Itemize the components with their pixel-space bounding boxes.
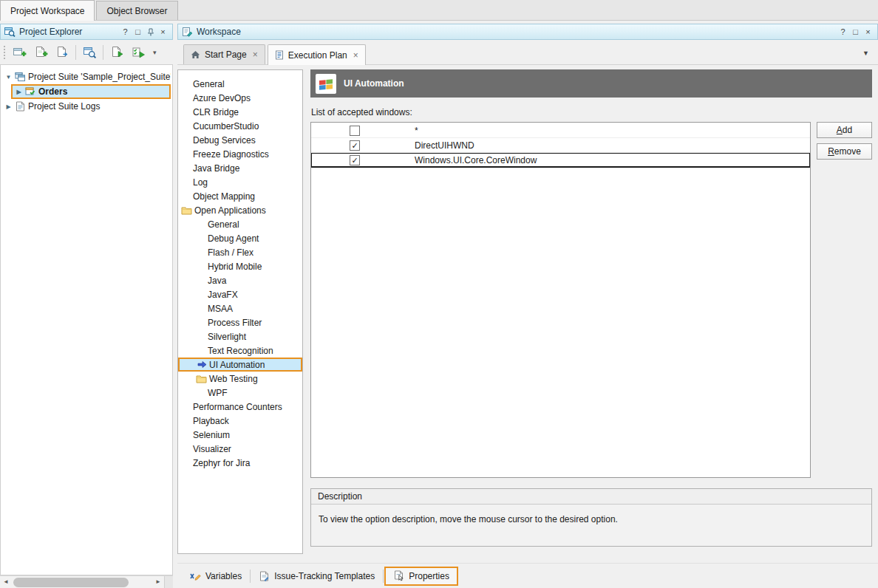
settings-item-label: Text Recognition xyxy=(208,346,273,356)
toolbar-separator xyxy=(103,45,103,60)
horizontal-scrollbar[interactable]: ◄ ► xyxy=(0,575,173,588)
tree-item-project-suite-sample-project-suite-1-p[interactable]: ▼Project Suite 'Sample_Project_Suite' (1… xyxy=(1,69,171,84)
workspace-header: Workspace ?□× xyxy=(177,24,878,40)
settings-item-clr-bridge[interactable]: CLR Bridge xyxy=(178,105,302,119)
settings-item-label: Log xyxy=(193,177,208,188)
settings-item-label: Freeze Diagnostics xyxy=(193,149,269,160)
object-browser-button[interactable] xyxy=(80,43,99,62)
workspace-header-buttons: ?□× xyxy=(837,27,874,38)
accepted-windows-area: *✓DirectUIHWND✓Windows.UI.Core.CoreWindo… xyxy=(310,122,872,478)
settings-item-label: Zephyr for Jira xyxy=(193,458,250,468)
tree-item-label: Project Suite Logs xyxy=(28,101,100,112)
bottom-tab-issue-tracking-templates[interactable]: Issue-Tracking Templates xyxy=(251,567,382,586)
project-explorer-help-button[interactable]: ? xyxy=(120,27,131,38)
settings-item-log[interactable]: Log xyxy=(178,175,302,189)
settings-item-label: General xyxy=(208,219,239,230)
settings-item-label: UI Automation xyxy=(209,360,265,370)
project-explorer-toolbar: ▾ xyxy=(0,40,173,64)
settings-item-azure-devops[interactable]: Azure DevOps xyxy=(178,91,302,105)
tree-expander-icon[interactable]: ▼ xyxy=(4,74,13,81)
settings-item-java-bridge[interactable]: Java Bridge xyxy=(178,161,302,175)
settings-item-label: General xyxy=(193,79,225,89)
add-new-item-button[interactable] xyxy=(31,43,50,62)
settings-item-freeze-diagnostics[interactable]: Freeze Diagnostics xyxy=(178,147,302,161)
settings-item-zephyr-for-jira[interactable]: Zephyr for Jira xyxy=(178,456,302,470)
window-row-windows-ui-core-corewindow[interactable]: ✓Windows.UI.Core.CoreWindow xyxy=(311,153,810,168)
tree-expander-icon[interactable]: ▶ xyxy=(15,89,23,95)
tab-close-icon[interactable]: × xyxy=(253,49,258,60)
settings-item-object-mapping[interactable]: Object Mapping xyxy=(178,189,302,203)
workspace-close-button[interactable]: × xyxy=(862,27,874,38)
settings-item-hybrid-mobile[interactable]: Hybrid Mobile xyxy=(178,259,302,273)
settings-item-label: Selenium xyxy=(193,430,230,440)
project-explorer-float-button[interactable]: □ xyxy=(132,27,143,38)
settings-item-silverlight[interactable]: Silverlight xyxy=(178,329,302,343)
window-class-name: DirectUIHWND xyxy=(415,140,474,151)
scroll-right-arrow-icon[interactable]: ► xyxy=(152,576,164,588)
record-test-icon xyxy=(132,46,146,59)
tab-list-dropdown-icon[interactable]: ▼ xyxy=(862,49,869,57)
arrow-icon xyxy=(197,360,207,369)
settings-item-visualizer[interactable]: Visualizer xyxy=(178,442,302,456)
add-existing-item-button[interactable] xyxy=(52,43,72,62)
settings-item-wpf[interactable]: WPF xyxy=(178,386,302,400)
settings-item-javafx[interactable]: JavaFX xyxy=(178,287,302,301)
tree-expander-icon[interactable]: ▶ xyxy=(4,103,13,110)
toolbar-grip-handle[interactable] xyxy=(2,44,6,61)
settings-item-selenium[interactable]: Selenium xyxy=(178,428,302,442)
settings-item-debug-agent[interactable]: Debug Agent xyxy=(178,231,302,245)
checkbox-checked[interactable]: ✓ xyxy=(350,140,360,151)
settings-item-open-applications[interactable]: Open Applications xyxy=(178,203,302,217)
settings-item-java[interactable]: Java xyxy=(178,273,302,287)
settings-item-msaa[interactable]: MSAA xyxy=(178,301,302,315)
settings-item-label: Debug Services xyxy=(193,135,256,146)
settings-item-general[interactable]: General xyxy=(178,217,302,231)
workspace-tab-execution-plan[interactable]: Execution Plan× xyxy=(268,44,366,65)
settings-item-flash-flex[interactable]: Flash / Flex xyxy=(178,245,302,259)
project-explorer-header-buttons: ?□× xyxy=(120,27,169,38)
settings-item-web-testing[interactable]: Web Testing xyxy=(178,372,302,386)
tab-close-icon[interactable]: × xyxy=(353,50,358,61)
scrollbar-corner xyxy=(164,576,173,588)
scroll-left-arrow-icon[interactable]: ◄ xyxy=(0,576,12,588)
workspace-tab-start-page[interactable]: Start Page× xyxy=(183,44,265,64)
project-explorer-header: Project Explorer ?□× xyxy=(0,24,173,40)
remove-button[interactable]: Remove xyxy=(817,143,872,160)
bottom-tab-properties[interactable]: Properties xyxy=(384,567,458,586)
scrollbar-thumb[interactable] xyxy=(13,578,129,587)
run-project-suite-button[interactable] xyxy=(107,43,126,62)
accepted-windows-label: List of accepted windows: xyxy=(311,107,872,117)
settings-item-ui-automation[interactable]: UI Automation xyxy=(178,358,302,372)
tree-item-project-suite-logs[interactable]: ▶Project Suite Logs xyxy=(1,99,171,114)
project-explorer-auto-hide-pin-button[interactable] xyxy=(145,27,156,38)
settings-item-process-filter[interactable]: Process Filter xyxy=(178,315,302,329)
settings-item-general[interactable]: General xyxy=(178,77,302,91)
settings-item-performance-counters[interactable]: Performance Counters xyxy=(178,400,302,414)
workspace-float-button[interactable]: □ xyxy=(850,27,861,38)
settings-item-debug-services[interactable]: Debug Services xyxy=(178,133,302,147)
tree-item-label: Project Suite 'Sample_Project_Suite' (1 … xyxy=(28,72,171,82)
checkbox-unchecked[interactable] xyxy=(350,126,360,136)
settings-item-label: Azure DevOps xyxy=(193,93,251,103)
settings-item-text-recognition[interactable]: Text Recognition xyxy=(178,343,302,358)
checkbox-checked[interactable]: ✓ xyxy=(350,155,360,165)
record-test-button[interactable] xyxy=(129,43,148,62)
top-tab-object-browser[interactable]: Object Browser xyxy=(96,1,177,20)
bottom-tab-variables[interactable]: Variables xyxy=(182,567,249,586)
top-tab-project-workspace[interactable]: Project Workspace xyxy=(0,0,95,21)
tree-item-label: Orders xyxy=(38,86,67,97)
project-explorer-close-button[interactable]: × xyxy=(157,27,169,38)
window-row-directuihwnd[interactable]: ✓DirectUIHWND xyxy=(311,138,810,153)
add-project-suite-button[interactable] xyxy=(10,43,29,62)
settings-item-cucumberstudio[interactable]: CucumberStudio xyxy=(178,119,302,133)
workspace-help-button[interactable]: ? xyxy=(837,27,848,38)
add-button[interactable]: Add xyxy=(817,122,872,138)
run-project-suite-icon xyxy=(110,46,124,59)
add-existing-item-icon xyxy=(55,46,69,59)
settings-item-playback[interactable]: Playback xyxy=(178,414,302,428)
tree-item-orders[interactable]: ▶Orders xyxy=(11,84,171,99)
toolbar-options-caret-icon[interactable]: ▾ xyxy=(150,49,160,56)
project-explorer-tree: ▼Project Suite 'Sample_Project_Suite' (1… xyxy=(0,64,173,575)
scrollbar-track[interactable] xyxy=(12,576,152,588)
window-row-item-0[interactable]: * xyxy=(311,123,810,138)
